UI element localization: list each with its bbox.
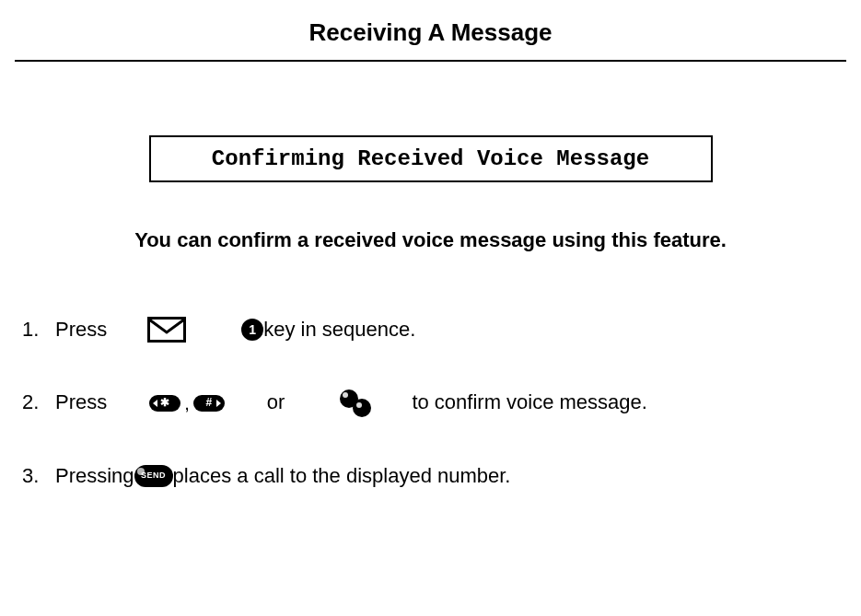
send-key-icon: SEND (134, 465, 173, 487)
circled-one-icon: 1 (241, 319, 263, 341)
hash-key-label: # (205, 395, 212, 410)
step-3: 3. Pressing SEND places a call to the di… (22, 463, 839, 490)
document-page: Receiving A Message Confirming Received … (0, 0, 861, 526)
hash-key-icon: # (192, 395, 227, 412)
star-key-icon: ✱ (147, 395, 182, 412)
steps-list: 1. Press 1 key in sequence. 2. Press (15, 317, 846, 489)
step-text-tail: places a call to the displayed number. (173, 463, 511, 490)
page-title: Receiving A Message (15, 11, 846, 60)
step-text-tail: key in sequence. (263, 317, 415, 343)
circled-one-label: 1 (241, 319, 263, 341)
step-2: 2. Press ✱ , # or (22, 389, 839, 417)
step-text: Press (55, 389, 107, 416)
step-number: 3. (22, 463, 55, 490)
section-subtitle-box: Confirming Received Voice Message (149, 135, 713, 182)
intro-text: You can confirm a received voice message… (15, 228, 846, 252)
step-1: 1. Press 1 key in sequence. (22, 317, 839, 343)
send-key-label: SEND (141, 471, 166, 482)
separator-comma: , (182, 391, 192, 415)
step-text: Press (55, 317, 107, 343)
step-text-tail: to confirm voice message. (412, 389, 647, 416)
star-key-label: ✱ (160, 395, 169, 410)
step-number: 2. (22, 389, 55, 416)
title-rule (15, 60, 846, 62)
step-number: 1. (22, 317, 55, 343)
step-text: Pressing (55, 463, 134, 490)
step-text-or: or (267, 389, 285, 416)
envelope-icon (147, 317, 186, 343)
nav-ok-icon (340, 389, 371, 417)
section-subtitle: Confirming Received Voice Message (212, 146, 649, 171)
